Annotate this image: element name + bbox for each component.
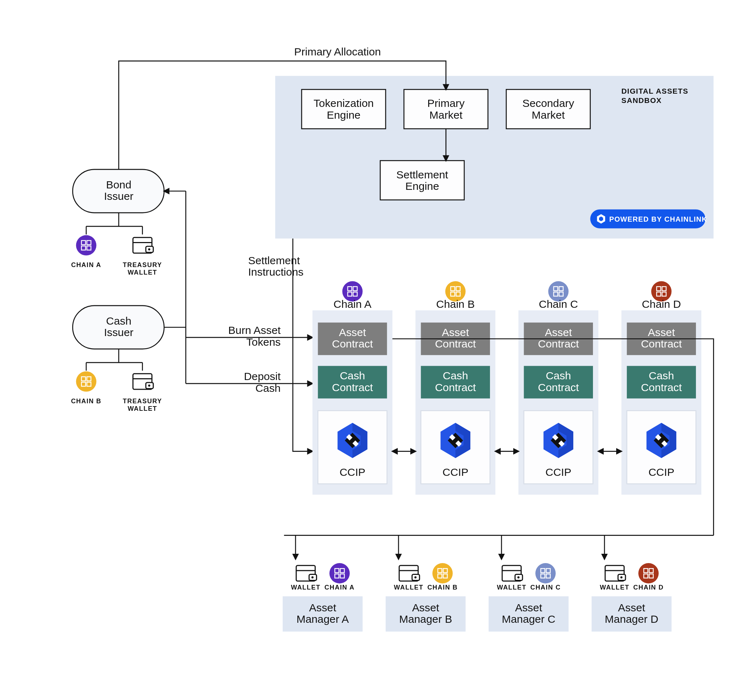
- manager-wallet-label: WALLET: [600, 584, 629, 591]
- chain-name: Chain A: [334, 298, 372, 310]
- cash-chain-label: CHAIN B: [71, 397, 101, 405]
- manager-wallet-label: WALLET: [497, 584, 526, 591]
- manager-chain-icon: [638, 563, 659, 584]
- manager-wallet-icon: [605, 566, 626, 581]
- burn-asset-tokens-label: Burn AssetTokens: [228, 324, 281, 347]
- chain-name: Chain D: [642, 298, 681, 310]
- manager-wallet-label: WALLET: [394, 584, 423, 591]
- primary-market-label: PrimaryMarket: [427, 97, 464, 121]
- manager-chain-label: CHAIN C: [531, 584, 561, 591]
- chain-name: Chain C: [539, 298, 578, 310]
- ccip-label: CCIP: [340, 466, 365, 478]
- cash-wallet-icon: [133, 374, 153, 389]
- powered-badge-text: POWERED BY CHAINLINK: [609, 215, 707, 223]
- ccip-label: CCIP: [545, 466, 571, 478]
- primary-allocation-label: Primary Allocation: [294, 46, 381, 57]
- manager-chain-label: CHAIN D: [634, 584, 664, 591]
- manager-chain-label: CHAIN A: [325, 584, 354, 591]
- cash-issuer-label: CashIssuer: [104, 315, 134, 338]
- deposit-cash-label: DepositCash: [244, 371, 281, 394]
- manager-chain-icon: [535, 563, 556, 584]
- ccip-label: CCIP: [648, 466, 674, 478]
- manager-wallet-icon: [399, 566, 420, 581]
- manager-wallet-label: WALLET: [291, 584, 320, 591]
- settlement-instructions-label: SettlementInstructions: [248, 254, 303, 278]
- manager-chain-icon: [432, 563, 453, 584]
- manager-chain-icon: [329, 563, 350, 584]
- diagram-canvas: DIGITAL ASSETSSANDBOX TokenizationEngine…: [0, 0, 732, 700]
- bond-issuer-label: BondIssuer: [104, 179, 134, 202]
- manager-wallet-icon: [296, 566, 317, 581]
- bond-wallet-icon: [133, 237, 153, 253]
- chain-name: Chain B: [436, 298, 475, 310]
- manager-chain-label: CHAIN B: [428, 584, 458, 591]
- manager-wallet-icon: [502, 566, 523, 581]
- cash-wallet-label: TREASURYWALLET: [123, 397, 162, 412]
- bond-chain-icon: [76, 235, 97, 256]
- cash-chain-icon: [76, 371, 97, 392]
- bond-chain-label: CHAIN A: [71, 261, 101, 269]
- ccip-label: CCIP: [442, 466, 468, 478]
- bond-wallet-label: TREASURYWALLET: [123, 261, 162, 276]
